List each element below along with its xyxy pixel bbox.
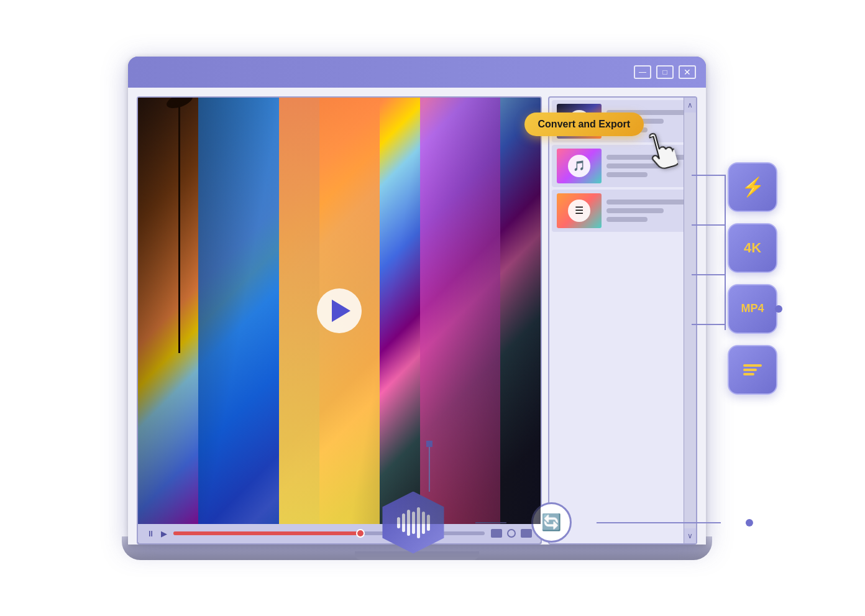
pause-button[interactable]: ⏸ [147,529,155,538]
thumbnail-2: 🎵 [557,149,602,183]
laptop-screen: — □ ✕ [128,57,706,545]
info-sub-line-2 [606,172,648,177]
mp4-badge-dot [775,305,782,313]
4k-label: 4K [744,240,761,256]
refresh-icon: 🔄 [541,513,561,532]
play-ctrl-button[interactable]: ▶ [161,529,167,538]
list-badge-icon [743,364,762,375]
list-thumb-icon: ☰ [568,200,590,222]
list-line-3 [743,373,754,375]
play-triangle-icon [332,300,350,322]
list-line-2 [743,369,757,371]
video-background [138,98,541,524]
lightning-icon: ⚡ [741,176,764,198]
list-item[interactable]: ☰ [552,190,693,232]
scroll-up-arrow[interactable]: ∧ [684,98,696,113]
play-button[interactable] [317,288,362,333]
main-area: ⏸ ▶ [128,88,706,545]
info-sub-line-2 [606,217,648,222]
badge-connector-line-4 [692,324,726,325]
badge-vertical-line [725,175,726,330]
lightning-badge[interactable]: ⚡ [728,162,777,212]
info-sub-line [606,208,664,213]
music-thumb-icon: 🎵 [568,155,590,177]
list-line-1 [743,364,762,367]
maximize-icon: □ [662,68,667,76]
thumbnail-3: ☰ [557,193,602,228]
mp4-label: MP4 [741,302,764,315]
right-connector-dot [746,519,753,526]
close-button[interactable]: ✕ [679,65,696,79]
screen-content: ⏸ ▶ [128,88,706,545]
list-badge[interactable] [728,345,777,395]
badge-connector-line-2 [692,224,726,226]
video-frame [138,98,541,524]
format-badges-container: ⚡ 4K MP4 [728,162,777,395]
scene: — □ ✕ [91,38,774,579]
4k-badge[interactable]: 4K [728,223,777,273]
video-player: ⏸ ▶ [137,96,542,545]
badge-connector-line-1 [692,175,726,176]
item-info-3 [606,200,689,222]
mp4-badge[interactable]: MP4 [728,284,777,334]
minimize-button[interactable]: — [634,65,651,79]
minimize-icon: — [639,68,646,76]
maximize-button[interactable]: □ [656,65,674,79]
badge-connector-line-3 [692,274,726,275]
info-title-line [606,200,689,205]
convert-export-button[interactable]: Convert and Export [524,113,644,136]
scrollbar[interactable]: ∧ ∨ [684,98,696,543]
progress-knob[interactable] [356,529,365,538]
horiz-connector-right [597,522,721,523]
close-icon: ✕ [684,67,691,77]
progress-fill [173,531,360,535]
window-titlebar: — □ ✕ [128,57,706,88]
